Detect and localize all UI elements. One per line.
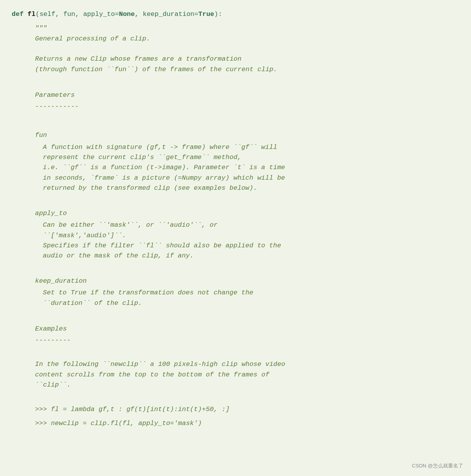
params2: , keep_duration=: [135, 10, 198, 18]
example-desc3: ``clip``.: [35, 380, 459, 390]
blank-line-8: [35, 390, 459, 400]
space: [24, 10, 28, 18]
doc-line2: Returns a new Clip whose frames are a tr…: [35, 54, 459, 64]
param-fun-desc5: returned by the transformed clip (see ex…: [43, 183, 459, 193]
param-keep-duration-name: keep_duration: [35, 276, 459, 286]
blank-line-5: [35, 261, 459, 271]
param-apply-to-desc: Can be either ``'mask'``, or ``'audio'``…: [35, 220, 459, 261]
blank-line-1: [35, 44, 459, 54]
param-keep-duration-desc2: ``duration`` of the clip.: [43, 298, 459, 308]
blank-line-4: [35, 194, 459, 204]
def-line: def fl(self, fun, apply_to=None, keep_du…: [12, 9, 459, 19]
example-desc1: In the following ``newclip`` a 100 pixel…: [35, 359, 459, 369]
param-apply-to-desc3: Specifies if the filter ``fl`` should al…: [43, 241, 459, 251]
keyword-def: def: [12, 10, 24, 18]
param-apply-to-desc2: ``['mask','audio']``.: [43, 231, 459, 241]
params1: self, fun, apply_to=: [39, 10, 119, 18]
param-fun-desc3: i.e. ``gf`` is a function (t->image). Pa…: [43, 163, 459, 173]
blank-line-3: [35, 116, 459, 126]
param-none: None: [119, 10, 135, 18]
param-apply-to-desc4: audio or the mask of the clip, if any.: [43, 251, 459, 261]
blank-line-7: [35, 349, 459, 359]
param-keep-duration-desc: Set to True if the transformation does n…: [35, 288, 459, 308]
docstring: """ General processing of a clip. Return…: [12, 23, 459, 429]
example-desc2: content scrolls from the top to the bott…: [35, 370, 459, 380]
section-params-title: Parameters: [35, 90, 459, 100]
open-quote: """: [35, 23, 459, 33]
code-block: def fl(self, fun, apply_to=None, keep_du…: [0, 0, 471, 476]
param-fun-desc2: represent the current clip's ``get_frame…: [43, 152, 459, 163]
func-name: fl: [28, 10, 35, 18]
param-apply-to-desc1: Can be either ``'mask'``, or ``'audio'``…: [43, 220, 459, 230]
blank-line-6: [35, 308, 459, 318]
param-fun-desc4: in seconds, `frame` is a picture (=Numpy…: [43, 173, 459, 183]
blank-line-2: [35, 75, 459, 85]
doc-line3: (through function ``fun``) of the frames…: [35, 65, 459, 75]
watermark: CSDN @怎么就重名了: [412, 462, 463, 470]
param-true: True: [199, 10, 214, 18]
param-apply-to-name: apply_to: [35, 208, 459, 219]
param-fun-desc1: A function with signature (gf,t -> frame…: [43, 142, 459, 152]
param-fun-name: fun: [35, 130, 459, 140]
example-code2: >>> newclip = clip.fl(fl, apply_to='mask…: [35, 418, 459, 429]
doc-line1: General processing of a clip.: [35, 34, 459, 44]
section-params-divider: -----------: [35, 102, 459, 112]
section-examples-title: Examples: [35, 324, 459, 334]
section-examples-divider: ---------: [35, 335, 459, 345]
params3: ):: [214, 10, 222, 18]
param-keep-duration-desc1: Set to True if the transformation does n…: [43, 288, 459, 298]
param-fun-desc: A function with signature (gf,t -> frame…: [35, 142, 459, 194]
example-code1: >>> fl = lambda gf,t : gf(t)[int(t):int(…: [35, 404, 459, 415]
